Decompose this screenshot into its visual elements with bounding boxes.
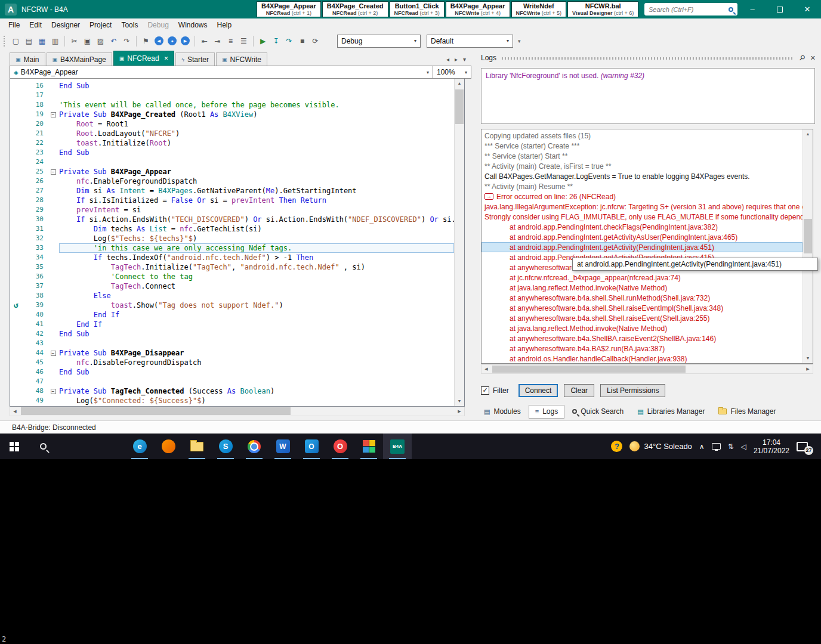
log-entry[interactable]: at android.app.PendingIntent.getActivity… bbox=[482, 242, 803, 252]
scrollbar-thumb[interactable] bbox=[804, 219, 812, 253]
code-text[interactable]: 'in this case we are only accessing Ndef… bbox=[59, 243, 454, 253]
bookmark-tab[interactable]: B4XPage_AppearNFCWrite (ctrl + 4) bbox=[446, 1, 510, 17]
notifications-button[interactable]: 27 bbox=[797, 442, 808, 451]
fold-toggle-icon[interactable]: − bbox=[51, 112, 56, 117]
tray-expand-icon[interactable]: ∧ bbox=[699, 442, 705, 451]
connect-button[interactable]: Connect bbox=[518, 384, 558, 397]
code-text[interactable]: Root.LoadLayout("NFCRE") bbox=[59, 129, 454, 138]
code-text[interactable]: Private Sub B4XPage_Created (Root1 As B4… bbox=[59, 110, 454, 119]
log-entry[interactable]: Strongly consider using FLAG_IMMUTABLE, … bbox=[482, 212, 803, 222]
code-text[interactable]: Private Sub B4XPage_Disappear bbox=[59, 348, 454, 358]
speaker-icon[interactable]: ◁ bbox=[741, 442, 746, 451]
redo-icon[interactable]: ↷ bbox=[121, 35, 133, 47]
tab-b4xmainpage[interactable]: ▣B4XMainPage bbox=[47, 52, 112, 66]
toolbar-overflow-icon[interactable]: ▾ bbox=[518, 38, 521, 44]
code-text[interactable]: End Sub bbox=[59, 148, 454, 157]
tab-starter[interactable]: ϟStarter bbox=[175, 52, 215, 66]
code-text[interactable]: toast.Initialize(Root) bbox=[59, 138, 454, 148]
new-icon[interactable]: ▢ bbox=[10, 35, 22, 47]
taskbar-app-app-grid[interactable] bbox=[354, 434, 383, 459]
zoom-dropdown[interactable]: 100% ▾ bbox=[433, 66, 471, 79]
taskbar-app-skype[interactable]: S bbox=[211, 434, 240, 459]
build-config-dropdown[interactable]: Debug ▾ bbox=[337, 35, 421, 48]
log-entry[interactable]: at anywheresoftware.b4a.shell.Shell.rais… bbox=[482, 303, 803, 313]
code-text[interactable]: Dim techs As List = nfc.GetTechList(si) bbox=[59, 224, 454, 234]
scrollbar-track[interactable] bbox=[20, 407, 455, 416]
log-entry[interactable]: at android.app.PendingIntent.checkFlags(… bbox=[482, 222, 803, 232]
panel-close-icon[interactable]: ✕ bbox=[810, 54, 816, 62]
nav-back-icon[interactable]: ◀ bbox=[155, 36, 163, 45]
scrollbar-track[interactable] bbox=[491, 365, 803, 373]
log-entry[interactable]: at android.app.PendingIntent.getActivity… bbox=[482, 232, 803, 242]
code-text[interactable]: End Sub bbox=[59, 81, 454, 91]
menu-designer[interactable]: Designer bbox=[47, 19, 85, 31]
taskbar-app-word[interactable]: W bbox=[268, 434, 297, 459]
log-output[interactable]: Copying updated assets files (15)*** Ser… bbox=[481, 129, 813, 364]
code-text[interactable] bbox=[59, 339, 454, 348]
scroll-right-icon[interactable]: ▶ bbox=[455, 407, 464, 416]
paste-icon[interactable]: ▨ bbox=[94, 35, 107, 47]
scrollbar-thumb[interactable] bbox=[455, 89, 464, 124]
scrollbar-thumb[interactable] bbox=[21, 407, 291, 415]
panel-tab-files-manager[interactable]: Files Manager bbox=[712, 405, 782, 418]
log-entry[interactable]: →Error occurred on line: 26 (NFCRead) bbox=[482, 191, 803, 202]
code-text[interactable] bbox=[59, 157, 454, 167]
taskbar-app-opera[interactable]: O bbox=[326, 434, 354, 459]
log-horizontal-scrollbar[interactable]: ◀ ▶ bbox=[481, 364, 813, 374]
code-text[interactable]: Else bbox=[59, 291, 454, 301]
log-entry[interactable]: at anywheresoftware.b4a.BA$2.run(BA.java… bbox=[482, 343, 803, 354]
code-text[interactable]: If si.IsInitialized = False Or si = prev… bbox=[59, 196, 454, 205]
fold-toggle-icon[interactable]: − bbox=[51, 389, 56, 394]
search-input[interactable] bbox=[649, 6, 729, 13]
display-icon[interactable] bbox=[712, 443, 721, 450]
bookmark-icon[interactable]: ⚑ bbox=[140, 35, 152, 47]
log-entry[interactable]: Copying updated assets files (15) bbox=[482, 131, 803, 141]
taskbar-app-firefox[interactable] bbox=[154, 434, 183, 459]
code-text[interactable]: nfc.EnableForegroundDispatch bbox=[59, 177, 454, 186]
pin-icon[interactable]: ⚲ bbox=[797, 53, 807, 63]
menu-help[interactable]: Help bbox=[212, 19, 237, 31]
menu-edit[interactable]: Edit bbox=[24, 19, 47, 31]
bookmark-tab[interactable]: Button1_ClickNFCRead (ctrl + 3) bbox=[390, 1, 445, 17]
search-box[interactable] bbox=[644, 3, 737, 16]
log-vertical-scrollbar[interactable]: ▲ ▼ bbox=[803, 129, 813, 363]
log-entry[interactable]: at anywheresoftware.b4a.shell.Shell.runM… bbox=[482, 293, 803, 303]
member-dropdown[interactable]: ◈ B4XPage_Appear ▾ bbox=[10, 66, 433, 79]
code-text[interactable] bbox=[59, 91, 454, 100]
panel-tab-libraries-manager[interactable]: ▤Libraries Manager bbox=[631, 405, 711, 418]
warnings-box[interactable]: Library 'NfcForeground' is not used. (wa… bbox=[481, 68, 815, 124]
cut-icon[interactable]: ✂ bbox=[68, 35, 81, 47]
scroll-right-icon[interactable]: ▶ bbox=[803, 364, 813, 374]
log-entry[interactable]: ** Activity (main) Resume ** bbox=[482, 181, 803, 191]
log-entry[interactable]: java.lang.IllegalArgumentException: jc.n… bbox=[482, 202, 803, 212]
code-text[interactable]: Log($"Connected: ${Success}"$) bbox=[59, 396, 454, 405]
fold-toggle-icon[interactable]: − bbox=[51, 351, 56, 356]
log-entry[interactable]: at android.os.Handler.handleCallback(Han… bbox=[482, 354, 803, 363]
code-text[interactable]: End If bbox=[59, 320, 454, 329]
clear-button[interactable]: Clear bbox=[564, 384, 594, 397]
undo-icon[interactable]: ↶ bbox=[107, 35, 120, 47]
code-text[interactable]: 'This event will be called once, before … bbox=[59, 100, 454, 110]
help-icon[interactable]: ? bbox=[611, 441, 622, 452]
tabs-list-icon[interactable]: ▾ bbox=[463, 56, 466, 63]
scroll-down-icon[interactable]: ▼ bbox=[803, 354, 813, 363]
tabs-scroll-left-icon[interactable]: ◂ bbox=[446, 56, 449, 63]
outdent-icon[interactable]: ⇤ bbox=[198, 35, 211, 47]
bookmark-tab[interactable]: WriteNdefNFCWrite (ctrl + 5) bbox=[511, 1, 567, 17]
export-icon[interactable]: ▥ bbox=[49, 35, 61, 47]
bookmark-tab[interactable]: B4XPage_AppearNFCRead (ctrl + 1) bbox=[257, 1, 321, 17]
code-text[interactable]: prevIntent = si bbox=[59, 205, 454, 215]
stop-icon[interactable]: ■ bbox=[296, 35, 308, 47]
bookmark-tab[interactable]: NFCWR.balVisual Designer (ctrl + 6) bbox=[567, 1, 638, 17]
log-entry[interactable]: at jc.nfcrw.nfcread._b4xpage_appear(nfcr… bbox=[482, 273, 803, 283]
log-entry[interactable]: at java.lang.reflect.Method.invoke(Nativ… bbox=[482, 323, 803, 333]
taskbar-app-outlook[interactable]: O bbox=[297, 434, 326, 459]
menu-tools[interactable]: Tools bbox=[116, 19, 143, 31]
search-icon[interactable] bbox=[729, 7, 733, 12]
maximize-button[interactable] bbox=[766, 0, 794, 18]
taskbar-app-chrome[interactable] bbox=[240, 434, 268, 459]
menu-debug[interactable]: Debug bbox=[143, 19, 173, 31]
code-text[interactable]: End Sub bbox=[59, 367, 454, 377]
code-text[interactable]: Private Sub B4XPage_Appear bbox=[59, 167, 454, 177]
nav-forward-icon[interactable]: ▶ bbox=[181, 36, 190, 45]
